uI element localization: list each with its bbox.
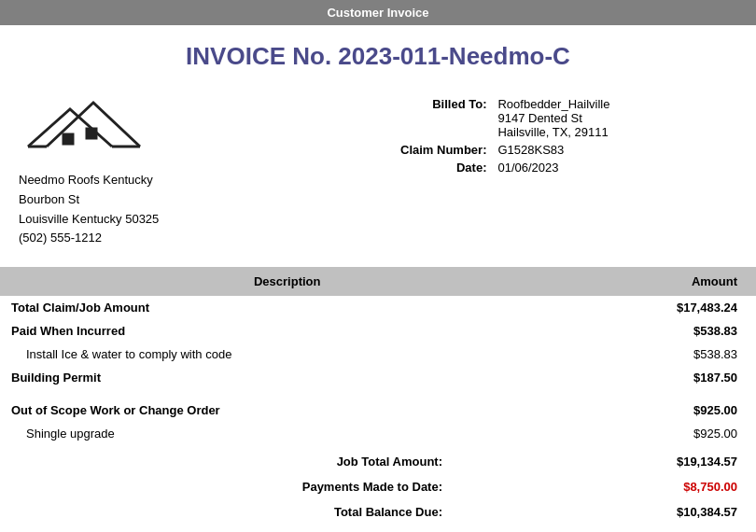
row-amount: $538.83 [567,319,757,343]
table-row: Install Ice & water to comply with code$… [0,343,756,366]
billing-section: Billed To: Roofbedder_Hailville 9147 Den… [359,86,737,176]
table-header-row: Description Amount [0,267,756,296]
company-city: Louisville Kentucky 50325 [19,210,359,230]
row-description: Install Ice & water to comply with code [0,343,567,366]
row-amount: $187.50 [567,366,757,389]
company-name: Needmo Roofs Kentucky [19,171,359,190]
job-total-value: $19,134.57 [454,449,756,474]
billed-to-name: Roofbedder_Hailville 9147 Dented St Hail… [490,95,613,141]
payments-label: Payments Made to Date: [0,474,454,499]
invoice-title: INVOICE No. 2023-011-Needmo-C [0,42,756,71]
payments-row: Payments Made to Date: $8,750.00 [0,474,756,499]
col-amount-header: Amount [567,267,757,296]
company-logo [19,86,168,161]
row-amount: $538.83 [567,343,757,366]
row-amount: $925.00 [567,399,757,422]
row-amount: $17,483.24 [567,296,757,319]
billed-to-label: Billed To: [397,95,490,141]
table-row: Building Permit$187.50 [0,366,756,389]
company-street: Bourbon St [19,190,359,210]
row-description: Paid When Incurred [0,319,567,343]
row-description: Out of Scope Work or Change Order [0,399,567,422]
balance-label: Total Balance Due: [0,499,454,525]
balance-value: $10,384.57 [454,499,756,525]
spacer-row [0,389,756,399]
claim-number-value: G1528KS83 [490,141,613,159]
company-info: Needmo Roofs Kentucky Bourbon St Louisvi… [19,86,359,248]
totals-section: Job Total Amount: $19,134.57 Payments Ma… [0,449,756,525]
svg-rect-2 [63,134,73,144]
row-amount: $925.00 [567,422,757,445]
job-total-row: Job Total Amount: $19,134.57 [0,449,756,474]
claim-number-label: Claim Number: [397,141,490,159]
row-description: Shingle upgrade [0,422,567,445]
table-row: Total Claim/Job Amount$17,483.24 [0,296,756,319]
date-row: Date: 01/06/2023 [397,159,613,176]
payments-value: $8,750.00 [454,474,756,499]
billed-to-row: Billed To: Roofbedder_Hailville 9147 Den… [397,95,613,141]
items-table: Description Amount Total Claim/Job Amoun… [0,267,756,445]
date-label: Date: [397,159,490,176]
svg-rect-3 [87,129,96,138]
balance-row: Total Balance Due: $10,384.57 [0,499,756,525]
table-row: Shingle upgrade$925.00 [0,422,756,445]
table-row: Out of Scope Work or Change Order$925.00 [0,399,756,422]
header-title: Customer Invoice [327,6,428,20]
header-bar: Customer Invoice [0,0,756,25]
row-description: Building Permit [0,366,567,389]
totals-table: Job Total Amount: $19,134.57 Payments Ma… [0,449,756,525]
billing-table: Billed To: Roofbedder_Hailville 9147 Den… [397,95,613,176]
claim-number-row: Claim Number: G1528KS83 [397,141,613,159]
job-total-label: Job Total Amount: [0,449,454,474]
table-row: Paid When Incurred$538.83 [0,319,756,343]
row-description: Total Claim/Job Amount [0,296,567,319]
top-section: Needmo Roofs Kentucky Bourbon St Louisvi… [0,86,756,258]
company-phone: (502) 555-1212 [19,229,359,248]
date-value: 01/06/2023 [490,159,613,176]
col-description-header: Description [0,267,567,296]
